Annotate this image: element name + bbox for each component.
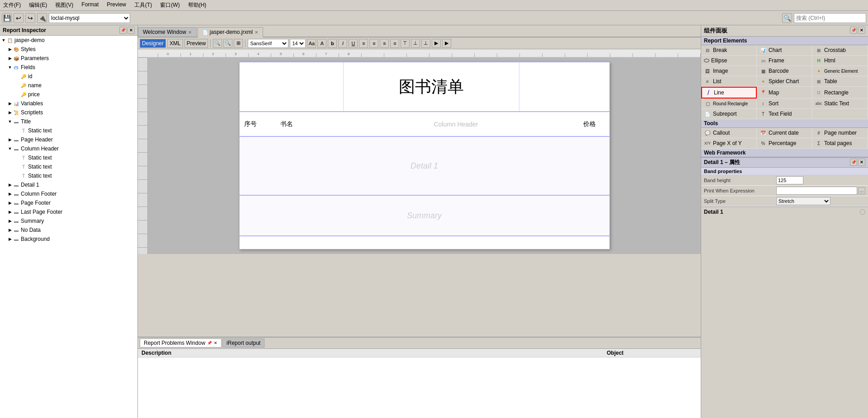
menu-tools[interactable]: 工具(T) <box>133 1 153 9</box>
comp-text-field[interactable]: T Text Field <box>757 109 812 119</box>
tree-item-variables[interactable]: ▶ 📊 Variables <box>0 99 137 108</box>
zoom-fit-button[interactable]: ⊞ <box>234 39 243 48</box>
menu-edit[interactable]: 编辑(E) <box>28 1 48 9</box>
new-button[interactable]: 💾 <box>2 13 12 23</box>
comp-list[interactable]: ≡ List <box>701 76 757 87</box>
tree-item-summary[interactable]: ▶ ▬ Summary <box>0 216 137 225</box>
align-bottom-button[interactable]: ⊥ <box>421 39 430 48</box>
expand-icon[interactable]: ▶ <box>7 236 13 242</box>
menu-format[interactable]: Format <box>80 1 100 9</box>
tree-item-title[interactable]: ▼ ▬ Title <box>0 117 137 126</box>
expand-icon[interactable]: ▶ <box>7 191 13 197</box>
menu-help[interactable]: 帮助(H) <box>187 1 208 9</box>
comp-image[interactable]: 🖼 Image <box>701 66 757 76</box>
print-when-input[interactable] <box>776 187 857 195</box>
comp-frame[interactable]: ▭ Frame <box>757 56 812 66</box>
expand-icon[interactable]: ▶ <box>7 227 13 233</box>
expand-icon[interactable]: ▼ <box>7 119 13 124</box>
split-type-select[interactable]: Stretch Prevent Immediate <box>776 197 830 205</box>
comp-barcode[interactable]: ▦ Barcode <box>757 66 812 76</box>
comp-sort[interactable]: ↕ Sort <box>757 99 812 109</box>
panel-close-button[interactable]: ✕ <box>127 27 135 34</box>
comp-spider-chart[interactable]: ✦ Spider Chart <box>757 76 812 87</box>
redo-button[interactable]: ↪ <box>25 13 35 23</box>
comp-generic[interactable]: ✦ Generic Element <box>812 66 868 76</box>
tree-item-static-text-title[interactable]: T Static text <box>0 126 137 135</box>
tool-percentage[interactable]: % Percentage <box>757 138 812 149</box>
expand-icon[interactable]: ▶ <box>7 47 13 52</box>
tree-item-scriptlets[interactable]: ▶ 📜 Scriptlets <box>0 108 137 117</box>
problems-close-icon[interactable]: ✕ <box>214 341 217 345</box>
canvas-scroll[interactable]: 图书清单 序号 书名 Column Header 价格 <box>148 57 701 254</box>
tool-page-number[interactable]: # Page number <box>812 128 868 138</box>
problems-tab[interactable]: Report Problems Window 📌 ✕ <box>140 338 222 348</box>
align-right-button[interactable]: ≡ <box>380 39 389 48</box>
expand-icon[interactable]: ▶ <box>7 218 13 224</box>
band-height-input[interactable] <box>776 176 803 184</box>
tree-item-page-footer[interactable]: ▶ ▬ Page Footer <box>0 198 137 207</box>
tree-item-static-text-col2[interactable]: T Static text <box>0 162 137 171</box>
more-format2-button[interactable]: ▶ <box>442 39 451 48</box>
search-input[interactable] <box>794 13 866 23</box>
tree-item-detail1[interactable]: ▶ ▬ Detail 1 <box>0 180 137 189</box>
tool-current-date[interactable]: 📅 Current date <box>757 128 812 138</box>
expand-icon[interactable]: ▶ <box>7 56 13 61</box>
expand-icon[interactable]: ▶ <box>7 101 13 106</box>
right-panel-close[interactable]: ✕ <box>858 27 865 34</box>
expand-icon[interactable]: ▶ <box>7 182 13 188</box>
designer-tab[interactable]: Designer <box>140 39 166 48</box>
band-detail[interactable]: Detail 1 <box>239 136 610 195</box>
zoom-in-button[interactable]: 🔍 <box>223 39 232 48</box>
align-center-button[interactable]: ≡ <box>369 39 378 48</box>
tree-item-parameters[interactable]: ▶ 📦 Parameters <box>0 54 137 63</box>
tab-close-icon[interactable]: ✕ <box>255 30 258 35</box>
zoom-out-button[interactable]: 🔍 <box>213 39 222 48</box>
expand-icon[interactable]: ▼ <box>1 38 6 43</box>
tab-close-icon[interactable]: ✕ <box>188 30 192 35</box>
ireport-tab[interactable]: iReport output <box>222 338 264 348</box>
italic-button[interactable]: I <box>338 39 347 48</box>
expand-icon[interactable]: ▶ <box>7 209 13 215</box>
tree-item-styles[interactable]: ▶ 🎨 Styles <box>0 45 137 54</box>
menu-file[interactable]: 文件(F) <box>2 1 22 9</box>
comp-chart[interactable]: 📊 Chart <box>757 45 812 56</box>
props-pin[interactable]: 📌 <box>850 159 857 166</box>
tree-item-column-header[interactable]: ▼ ▬ Column Header <box>0 144 137 153</box>
comp-table[interactable]: ⊞ Table <box>812 76 868 87</box>
comp-ellipse[interactable]: Ellipse <box>701 56 757 66</box>
expand-icon[interactable]: ▼ <box>7 65 13 70</box>
problems-pin-icon[interactable]: 📌 <box>207 341 212 345</box>
tree-item-name[interactable]: 🔑 name <box>0 81 137 90</box>
comp-round-rect[interactable]: ▢ Round Rectangle <box>701 99 757 109</box>
undo-button[interactable]: ↩ <box>14 13 24 23</box>
print-when-edit-btn[interactable]: … <box>858 187 865 194</box>
font-family-select[interactable]: SansSerif <box>248 39 288 48</box>
font-size-select[interactable]: 14 <box>290 39 306 48</box>
comp-map[interactable]: 📍 Map <box>757 87 812 99</box>
tool-callout[interactable]: 💬 Callout <box>701 128 757 138</box>
tree-item-jasper-demo[interactable]: ▼ 📋 jasper-demo <box>0 36 137 45</box>
tree-item-background[interactable]: ▶ ▬ Background <box>0 235 137 244</box>
server-dropdown[interactable]: loclal-mysql <box>49 13 130 23</box>
band-summary[interactable]: Summary <box>239 195 610 236</box>
comp-static-text[interactable]: abc Static Text <box>812 99 868 109</box>
tree-item-static-text-col3[interactable]: T Static text <box>0 171 137 180</box>
expand-icon[interactable]: ▶ <box>7 110 13 115</box>
comp-break[interactable]: ⊟ Break <box>701 45 757 56</box>
bold-button[interactable]: b <box>328 39 337 48</box>
panel-pin-button[interactable]: 📌 <box>119 27 127 34</box>
tab-welcome[interactable]: Welcome Window ✕ <box>138 27 197 37</box>
align-top-button[interactable]: ⊤ <box>401 39 410 48</box>
tree-item-id[interactable]: 🔑 id <box>0 72 137 81</box>
search-icon[interactable]: 🔍 <box>782 13 792 23</box>
comp-line[interactable]: / Line <box>701 87 757 99</box>
tree-item-page-header[interactable]: ▶ ▬ Page Header <box>0 135 137 144</box>
menu-preview[interactable]: Preview <box>105 1 127 9</box>
comp-crosstab[interactable]: ⊞ Crosstab <box>812 45 868 56</box>
tool-page-x-of-y[interactable]: X/Y Page X of Y <box>701 138 757 149</box>
align-justify-button[interactable]: ≡ <box>390 39 399 48</box>
align-left-button[interactable]: ≡ <box>359 39 368 48</box>
tree-item-column-footer[interactable]: ▶ ▬ Column Footer <box>0 189 137 198</box>
tab-jasper-demo[interactable]: 📄 jasper-demo.jrxml ✕ <box>198 27 263 38</box>
tree-item-price[interactable]: 🔑 price <box>0 90 137 99</box>
